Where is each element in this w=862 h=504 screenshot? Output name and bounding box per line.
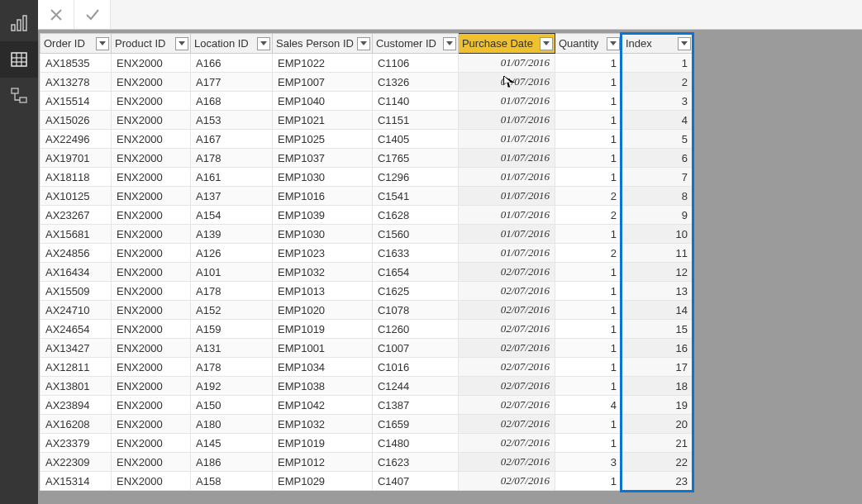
cell-product[interactable]: ENX2000 [112, 434, 191, 453]
cell-location[interactable]: A192 [191, 377, 273, 396]
cell-product[interactable]: ENX2000 [112, 453, 191, 472]
cell-date[interactable]: 02/07/2016 [458, 301, 555, 320]
cell-idx[interactable]: 5 [621, 130, 693, 149]
column-filter-button[interactable] [678, 37, 691, 50]
cell-idx[interactable]: 10 [621, 225, 693, 244]
cell-salesp[interactable]: EMP1022 [273, 54, 373, 73]
cell-salesp[interactable]: EMP1025 [273, 130, 373, 149]
cell-date[interactable]: 02/07/2016 [458, 339, 555, 358]
cell-idx[interactable]: 20 [621, 415, 693, 434]
cell-product[interactable]: ENX2000 [112, 377, 191, 396]
cell-order[interactable]: AX19701 [40, 149, 112, 168]
cell-salesp[interactable]: EMP1001 [273, 339, 373, 358]
cell-location[interactable]: A178 [191, 282, 273, 301]
table-row[interactable]: AX15509ENX2000A178EMP1013C162502/07/2016… [40, 282, 693, 301]
cell-idx[interactable]: 14 [621, 301, 693, 320]
table-row[interactable]: AX18118ENX2000A161EMP1030C129601/07/2016… [40, 168, 693, 187]
cell-location[interactable]: A159 [191, 320, 273, 339]
cell-qty[interactable]: 1 [555, 282, 621, 301]
table-row[interactable]: AX16434ENX2000A101EMP1032C165402/07/2016… [40, 263, 693, 282]
cell-date[interactable]: 02/07/2016 [458, 434, 555, 453]
cell-date[interactable]: 01/07/2016 [458, 244, 555, 263]
column-header-idx[interactable]: Index [621, 34, 693, 54]
cell-idx[interactable]: 15 [621, 320, 693, 339]
cell-idx[interactable]: 7 [621, 168, 693, 187]
column-header-customer[interactable]: Customer ID [372, 34, 458, 54]
cell-date[interactable]: 02/07/2016 [458, 320, 555, 339]
cell-product[interactable]: ENX2000 [112, 244, 191, 263]
cell-date[interactable]: 01/07/2016 [458, 92, 555, 111]
cell-salesp[interactable]: EMP1029 [273, 472, 373, 491]
table-row[interactable]: AX23379ENX2000A145EMP1019C148002/07/2016… [40, 434, 693, 453]
cell-location[interactable]: A139 [191, 225, 273, 244]
cell-idx[interactable]: 1 [621, 54, 693, 73]
cell-date[interactable]: 02/07/2016 [458, 282, 555, 301]
cell-order[interactable]: AX16208 [40, 415, 112, 434]
cell-date[interactable]: 02/07/2016 [458, 415, 555, 434]
cell-order[interactable]: AX15314 [40, 472, 112, 491]
cell-date[interactable]: 02/07/2016 [458, 358, 555, 377]
cell-qty[interactable]: 1 [555, 301, 621, 320]
table-row[interactable]: AX24654ENX2000A159EMP1019C126002/07/2016… [40, 320, 693, 339]
column-filter-button[interactable] [357, 37, 370, 50]
column-filter-button[interactable] [96, 37, 109, 50]
table-row[interactable]: AX23267ENX2000A154EMP1039C162801/07/2016… [40, 206, 693, 225]
cell-qty[interactable]: 1 [555, 263, 621, 282]
cell-product[interactable]: ENX2000 [112, 282, 191, 301]
column-filter-button[interactable] [175, 37, 188, 50]
table-row[interactable]: AX22496ENX2000A167EMP1025C140501/07/2016… [40, 130, 693, 149]
cell-order[interactable]: AX10125 [40, 187, 112, 206]
cell-customer[interactable]: C1007 [372, 339, 458, 358]
cell-customer[interactable]: C1140 [372, 92, 458, 111]
cell-location[interactable]: A167 [191, 130, 273, 149]
formula-cancel-button[interactable] [38, 0, 74, 29]
cell-location[interactable]: A131 [191, 339, 273, 358]
table-row[interactable]: AX16208ENX2000A180EMP1032C165902/07/2016… [40, 415, 693, 434]
report-view-button[interactable] [0, 5, 38, 41]
cell-order[interactable]: AX23894 [40, 396, 112, 415]
cell-product[interactable]: ENX2000 [112, 92, 191, 111]
cell-date[interactable]: 01/07/2016 [458, 54, 555, 73]
cell-salesp[interactable]: EMP1034 [273, 358, 373, 377]
table-row[interactable]: AX19701ENX2000A178EMP1037C176501/07/2016… [40, 149, 693, 168]
cell-order[interactable]: AX15509 [40, 282, 112, 301]
cell-salesp[interactable]: EMP1007 [273, 73, 373, 92]
cell-order[interactable]: AX16434 [40, 263, 112, 282]
cell-location[interactable]: A145 [191, 434, 273, 453]
cell-product[interactable]: ENX2000 [112, 339, 191, 358]
cell-order[interactable]: AX22496 [40, 130, 112, 149]
cell-product[interactable]: ENX2000 [112, 301, 191, 320]
cell-salesp[interactable]: EMP1038 [273, 377, 373, 396]
table-row[interactable]: AX15681ENX2000A139EMP1030C156001/07/2016… [40, 225, 693, 244]
cell-idx[interactable]: 4 [621, 111, 693, 130]
cell-qty[interactable]: 1 [555, 320, 621, 339]
cell-product[interactable]: ENX2000 [112, 415, 191, 434]
table-row[interactable]: AX12811ENX2000A178EMP1034C101602/07/2016… [40, 358, 693, 377]
table-row[interactable]: AX13278ENX2000A177EMP1007C132601/07/2016… [40, 73, 693, 92]
cell-qty[interactable]: 1 [555, 54, 621, 73]
cell-customer[interactable]: C1106 [372, 54, 458, 73]
cell-qty[interactable]: 1 [555, 149, 621, 168]
cell-product[interactable]: ENX2000 [112, 472, 191, 491]
cell-idx[interactable]: 16 [621, 339, 693, 358]
cell-salesp[interactable]: EMP1042 [273, 396, 373, 415]
cell-idx[interactable]: 23 [621, 472, 693, 491]
cell-idx[interactable]: 19 [621, 396, 693, 415]
cell-qty[interactable]: 2 [555, 244, 621, 263]
cell-qty[interactable]: 1 [555, 168, 621, 187]
cell-location[interactable]: A154 [191, 206, 273, 225]
cell-order[interactable]: AX18118 [40, 168, 112, 187]
cell-product[interactable]: ENX2000 [112, 358, 191, 377]
cell-order[interactable]: AX23267 [40, 206, 112, 225]
formula-commit-button[interactable] [74, 0, 111, 29]
cell-qty[interactable]: 1 [555, 130, 621, 149]
cell-order[interactable]: AX15026 [40, 111, 112, 130]
cell-product[interactable]: ENX2000 [112, 149, 191, 168]
cell-qty[interactable]: 1 [555, 111, 621, 130]
data-view-button[interactable] [0, 41, 38, 78]
cell-date[interactable]: 01/07/2016 [458, 111, 555, 130]
cell-order[interactable]: AX15681 [40, 225, 112, 244]
cell-customer[interactable]: C1541 [372, 187, 458, 206]
cell-date[interactable]: 01/07/2016 [458, 225, 555, 244]
cell-customer[interactable]: C1326 [372, 73, 458, 92]
